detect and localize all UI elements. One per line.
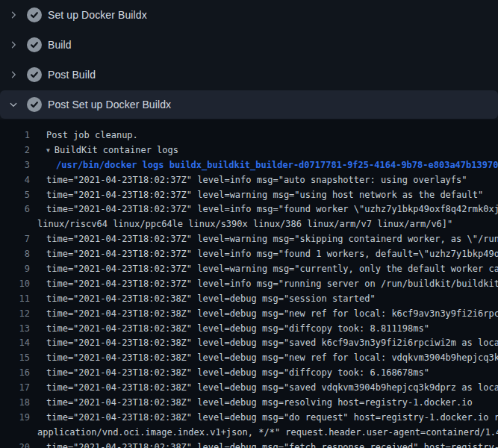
- log-line-continuation: application/vnd.oci.image.index.v1+json,…: [0, 426, 498, 441]
- log-text: time="2021-04-23T18:02:37Z" level=warnin…: [30, 232, 498, 247]
- log-line: 19time="2021-04-23T18:02:38Z" level=debu…: [0, 411, 498, 426]
- log-line: 1Post job cleanup.: [0, 128, 498, 143]
- log-line: 10time="2021-04-23T18:02:37Z" level=info…: [0, 277, 498, 292]
- line-number[interactable]: 7: [0, 232, 30, 247]
- log-text: time="2021-04-23T18:02:38Z" level=debug …: [30, 396, 473, 411]
- log-text: /usr/bin/docker logs buildx_buildkit_bui…: [30, 158, 498, 173]
- log-line: 5time="2021-04-23T18:02:37Z" level=warni…: [0, 188, 498, 203]
- log-line: 20time="2021-04-23T18:02:38Z" level=debu…: [0, 441, 498, 448]
- log-text: time="2021-04-23T18:02:38Z" level=debug …: [30, 292, 376, 307]
- log-line: 11time="2021-04-23T18:02:38Z" level=debu…: [0, 292, 498, 307]
- line-number[interactable]: 19: [0, 411, 30, 426]
- log-line: 17time="2021-04-23T18:02:38Z" level=debu…: [0, 381, 498, 396]
- log-text: time="2021-04-23T18:02:38Z" level=debug …: [30, 307, 498, 322]
- log-line: 12time="2021-04-23T18:02:38Z" level=debu…: [0, 307, 498, 322]
- log-text: time="2021-04-23T18:02:37Z" level=info m…: [30, 173, 467, 188]
- step-row-set-up-docker-buildx[interactable]: Set up Docker Buildx: [0, 0, 498, 30]
- line-number[interactable]: 13: [0, 322, 30, 337]
- log-text: application/vnd.oci.image.index.v1+json,…: [0, 426, 498, 441]
- log-text: time="2021-04-23T18:02:38Z" level=debug …: [30, 322, 429, 337]
- log-text: time="2021-04-23T18:02:38Z" level=debug …: [30, 366, 429, 381]
- line-number[interactable]: 10: [0, 277, 30, 292]
- line-number[interactable]: 1: [0, 128, 30, 143]
- log-line: 18time="2021-04-23T18:02:38Z" level=debu…: [0, 396, 498, 411]
- log-text: time="2021-04-23T18:02:38Z" level=debug …: [30, 336, 498, 351]
- success-check-icon: [27, 67, 42, 82]
- line-number[interactable]: 15: [0, 351, 30, 366]
- line-number[interactable]: 12: [0, 307, 30, 322]
- log-line: 16time="2021-04-23T18:02:38Z" level=debu…: [0, 366, 498, 381]
- log-text: time="2021-04-23T18:02:38Z" level=debug …: [30, 411, 498, 426]
- workflow-log-viewer: Set up Docker Buildx Build Post Build: [0, 0, 498, 448]
- log-group-header[interactable]: 2▼BuildKit container logs: [0, 143, 498, 158]
- log-line: 13time="2021-04-23T18:02:38Z" level=debu…: [0, 322, 498, 337]
- log-line-command: 3/usr/bin/docker logs buildx_buildkit_bu…: [0, 158, 498, 173]
- log-line: 6time="2021-04-23T18:02:37Z" level=info …: [0, 202, 498, 217]
- log-text: time="2021-04-23T18:02:38Z" level=debug …: [30, 351, 498, 366]
- log-text: time="2021-04-23T18:02:37Z" level=info m…: [30, 247, 498, 262]
- log-text: time="2021-04-23T18:02:37Z" level=info m…: [30, 277, 498, 292]
- success-check-icon: [27, 97, 42, 112]
- chevron-right-icon: [9, 10, 27, 19]
- log-text: linux/riscv64 linux/ppc64le linux/s390x …: [0, 217, 452, 232]
- log-text: time="2021-04-23T18:02:37Z" level=warnin…: [30, 188, 483, 203]
- log-line-continuation: linux/riscv64 linux/ppc64le linux/s390x …: [0, 217, 498, 232]
- steps-list: Set up Docker Buildx Build Post Build: [0, 0, 498, 119]
- line-number[interactable]: 2: [0, 143, 30, 158]
- log-line: 9time="2021-04-23T18:02:37Z" level=warni…: [0, 262, 498, 277]
- log-text: time="2021-04-23T18:02:38Z" level=debug …: [30, 381, 498, 396]
- line-number[interactable]: 6: [0, 202, 30, 217]
- log-line: 15time="2021-04-23T18:02:38Z" level=debu…: [0, 351, 498, 366]
- log-text: Post job cleanup.: [30, 128, 138, 143]
- line-number[interactable]: 16: [0, 366, 30, 381]
- line-number[interactable]: 9: [0, 262, 30, 277]
- line-number[interactable]: 14: [0, 336, 30, 351]
- step-title: Set up Docker Buildx: [48, 9, 147, 21]
- step-title: Build: [48, 39, 72, 51]
- line-number[interactable]: 18: [0, 396, 30, 411]
- line-number[interactable]: 20: [0, 441, 30, 448]
- step-row-post-set-up-docker-buildx[interactable]: Post Set up Docker Buildx: [0, 90, 498, 119]
- group-expanded-triangle-icon[interactable]: ▼: [30, 143, 50, 158]
- success-check-icon: [27, 7, 42, 22]
- log-line: 7time="2021-04-23T18:02:37Z" level=warni…: [0, 232, 498, 247]
- chevron-right-icon: [9, 70, 27, 79]
- log-line: 4time="2021-04-23T18:02:37Z" level=info …: [0, 173, 498, 188]
- chevron-down-icon: [9, 100, 27, 109]
- line-number[interactable]: 5: [0, 188, 30, 203]
- chevron-right-icon: [9, 40, 27, 49]
- step-title: Post Set up Docker Buildx: [48, 99, 171, 111]
- log-panel: 1Post job cleanup.2▼BuildKit container l…: [0, 119, 498, 448]
- success-check-icon: [27, 37, 42, 52]
- step-title: Post Build: [48, 69, 96, 81]
- log-line: 8time="2021-04-23T18:02:37Z" level=info …: [0, 247, 498, 262]
- line-number[interactable]: 11: [0, 292, 30, 307]
- log-text: BuildKit container logs: [50, 143, 178, 158]
- line-number[interactable]: 3: [0, 158, 30, 173]
- log-text: time="2021-04-23T18:02:38Z" level=debug …: [30, 441, 498, 448]
- line-number[interactable]: 8: [0, 247, 30, 262]
- log-text: time="2021-04-23T18:02:37Z" level=info m…: [30, 202, 498, 217]
- step-row-post-build[interactable]: Post Build: [0, 60, 498, 90]
- step-row-build[interactable]: Build: [0, 30, 498, 60]
- line-number[interactable]: 17: [0, 381, 30, 396]
- log-line: 14time="2021-04-23T18:02:38Z" level=debu…: [0, 336, 498, 351]
- log-lines-container: 1Post job cleanup.2▼BuildKit container l…: [0, 128, 498, 448]
- log-text: time="2021-04-23T18:02:37Z" level=warnin…: [30, 262, 498, 277]
- line-number[interactable]: 4: [0, 173, 30, 188]
